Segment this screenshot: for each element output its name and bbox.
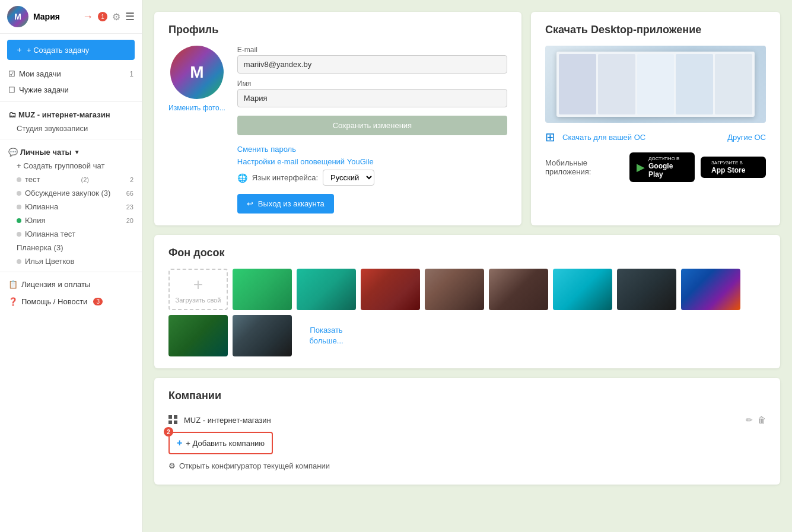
download-links: ⊞ Скачать для вашей ОС Другие ОС (545, 130, 766, 144)
profile-form: E-mail Имя Сохранить изменения Сменить п… (237, 46, 507, 214)
chat-count: (2) (81, 176, 88, 183)
background-thumb-5[interactable] (489, 269, 548, 310)
companies-title: Компании (168, 390, 766, 402)
screenshot-col-1 (559, 54, 596, 115)
company-icon (168, 415, 178, 425)
background-thumb-3[interactable] (361, 269, 420, 310)
change-password-link[interactable]: Сменить пароль (237, 145, 507, 154)
background-thumb-2[interactable] (297, 269, 356, 310)
sidebar-header: М Мария → 1 ⚙ ☰ (0, 0, 142, 34)
workspace-header: 🗂 MUZ - интернет-магазин (0, 106, 142, 122)
add-company-button[interactable]: + + Добавить компанию (168, 432, 273, 454)
sidebar-item-help[interactable]: ❓ Помощь / Новости 3 (0, 293, 142, 310)
status-dot (17, 232, 21, 237)
sidebar-item-studio[interactable]: Студия звукозаписи (0, 122, 142, 135)
name-input[interactable] (237, 89, 507, 107)
background-thumb-7[interactable] (617, 269, 676, 310)
profile-inner: М Изменить фото... E-mail Имя Сохранить … (168, 46, 507, 214)
screenshot-col-4 (676, 54, 713, 115)
app-store-name: App Store (711, 166, 745, 174)
backgrounds-section: Фон досок + Загрузить свой Показать боль… (154, 235, 780, 368)
profile-card: Профиль М Изменить фото... E-mail Имя Со… (154, 12, 521, 225)
globe-icon: 🌐 (237, 173, 247, 183)
sidebar-item-yulianna-test[interactable]: Юлианна тест (0, 227, 142, 241)
sidebar-nav: ☑ Мои задачи 1 ☐ Чужие задачи 🗂 MUZ - ин… (0, 66, 142, 315)
windows-icon: ⊞ (545, 130, 555, 144)
email-input[interactable] (237, 55, 507, 74)
profile-avatar-section: М Изменить фото... (168, 46, 225, 214)
notification-badge: 1 (98, 12, 107, 21)
help-icon: ❓ (8, 297, 18, 306)
desktop-screenshot (545, 46, 766, 123)
delete-company-icon[interactable]: 🗑 (758, 415, 766, 425)
create-task-button[interactable]: ＋ + Создать задачу (7, 40, 135, 60)
companies-section: Компании MUZ - интернет-магазин ✏ 🗑 2 + … (154, 378, 780, 485)
screenshot-col-5 (715, 54, 752, 115)
plus-icon: ＋ (15, 44, 23, 55)
sidebar-item-license[interactable]: 📋 Лицензия и оплаты (0, 276, 142, 293)
language-row: 🌐 Язык интерфейса: Русский (237, 170, 507, 186)
background-thumb-10[interactable] (233, 315, 292, 356)
mobile-row: Мобильные приложения: ▶ ДОСТУПНО В Googl… (545, 152, 766, 182)
language-select[interactable]: Русский (323, 170, 374, 186)
lang-label: Язык интерфейса: (252, 173, 318, 182)
google-play-button[interactable]: ▶ ДОСТУПНО В Google Play (629, 152, 695, 182)
email-field-group: E-mail (237, 46, 507, 74)
sidebar-item-chat-test[interactable]: тест (2) 2 (0, 173, 142, 186)
config-icon: ⚙ (168, 461, 176, 470)
show-more-button[interactable]: Показать больше... (297, 315, 356, 356)
background-thumb-4[interactable] (425, 269, 484, 310)
upload-background-button[interactable]: + Загрузить свой (168, 269, 228, 310)
sidebar-item-my-tasks[interactable]: ☑ Мои задачи 1 (0, 66, 142, 82)
sidebar-item-planerk[interactable]: Планерка (3) (0, 241, 142, 254)
chevron-icon: ▼ (74, 149, 80, 155)
sidebar-item-other-tasks[interactable]: ☐ Чужие задачи (0, 82, 142, 98)
save-changes-button[interactable]: Сохранить изменения (237, 116, 507, 135)
app-store-sub: Загрузите в (711, 160, 745, 166)
background-thumb-1[interactable] (233, 269, 292, 310)
sidebar-item-create-group[interactable]: + Создать групповой чат (0, 159, 142, 173)
screenshot-inner (556, 52, 755, 117)
status-dot (17, 218, 21, 223)
tasks-icon: ☑ (8, 69, 15, 78)
download-title: Скачать Desktop-приложение (545, 24, 766, 36)
chats-header[interactable]: 💬 Личные чаты ▼ (0, 143, 142, 159)
google-play-name: Google Play (648, 162, 688, 179)
main-content: Профиль М Изменить фото... E-mail Имя Со… (142, 0, 792, 532)
company-actions: ✏ 🗑 (746, 415, 766, 425)
backgrounds-grid: + Загрузить свой Показать больше... (168, 269, 766, 356)
name-field-group: Имя (237, 79, 507, 107)
chat-icon: 💬 (8, 148, 18, 157)
email-settings-link[interactable]: Настройки e-mail оповещений YouGile (237, 157, 507, 166)
license-icon: 📋 (8, 280, 18, 289)
settings-icon[interactable]: ☰ (125, 10, 135, 23)
download-main-link[interactable]: Скачать для вашей ОС (562, 133, 645, 142)
background-thumb-8[interactable] (681, 269, 740, 310)
download-other-link[interactable]: Другие ОС (727, 133, 766, 142)
app-store-button[interactable]: Загрузите в App Store (701, 157, 766, 178)
add-company-badge: 2 (164, 427, 173, 437)
logout-button[interactable]: ↩ Выход из аккаунта (237, 194, 334, 214)
status-dot (17, 177, 21, 182)
edit-company-icon[interactable]: ✏ (746, 415, 753, 425)
profile-avatar: М (170, 46, 224, 99)
sidebar-item-purchases[interactable]: Обсуждение закупок (3) 66 (0, 186, 142, 200)
change-photo-link[interactable]: Изменить фото... (168, 104, 225, 113)
profile-links: Сменить пароль Настройки e-mail оповещен… (237, 145, 507, 214)
google-play-sub: ДОСТУПНО В (648, 156, 688, 162)
status-dot (17, 191, 21, 196)
email-label: E-mail (237, 46, 507, 54)
sidebar-item-yulianna[interactable]: Юлианна 23 (0, 200, 142, 214)
open-config-link[interactable]: ⚙ Открыть конфигуратор текущей компании (168, 459, 766, 473)
sidebar-item-yulia[interactable]: Юлия 20 (0, 214, 142, 227)
avatar: М (7, 6, 28, 27)
mobile-label: Мобильные приложения: (545, 158, 620, 176)
backgrounds-title: Фон досок (168, 247, 766, 259)
sidebar: М Мария → 1 ⚙ ☰ ＋ + Создать задачу ☑ Мои… (0, 0, 142, 532)
sidebar-item-ilya[interactable]: Илья Цветков (0, 254, 142, 268)
other-tasks-icon: ☐ (8, 85, 15, 94)
workspace-icon: 🗂 (8, 110, 16, 119)
background-thumb-6[interactable] (553, 269, 612, 310)
gear-icon[interactable]: ⚙ (112, 11, 120, 23)
background-thumb-9[interactable] (168, 315, 228, 356)
